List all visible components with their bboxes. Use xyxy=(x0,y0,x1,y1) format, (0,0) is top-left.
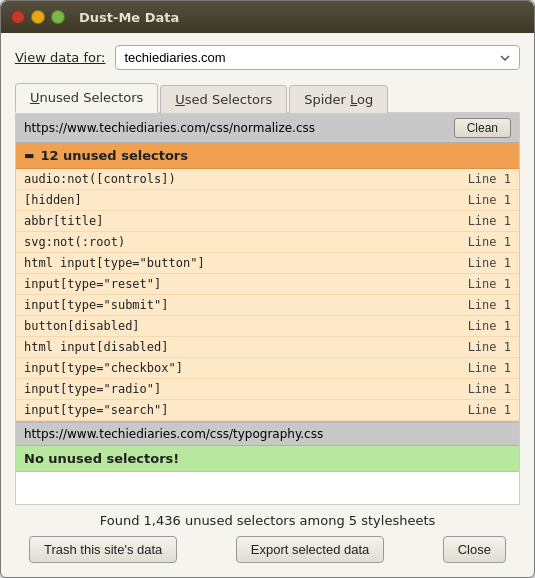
selector-row-7: input[type="submit"] Line 1 xyxy=(16,295,519,316)
selector-row-8: button[disabled] Line 1 xyxy=(16,316,519,337)
tab-used-selectors[interactable]: Used Selectors xyxy=(160,85,287,113)
selector-row-5: html input[type="button"] Line 1 xyxy=(16,253,519,274)
maximize-window-btn[interactable] xyxy=(51,10,65,24)
selector-row-10: input[type="checkbox"] Line 1 xyxy=(16,358,519,379)
scroll-area[interactable]: https://www.techiediaries.com/css/normal… xyxy=(16,114,519,504)
tab-spider-label: Spider Log xyxy=(304,92,373,107)
selector-name-6: input[type="reset"] xyxy=(24,277,161,291)
selector-name-1: audio:not([controls]) xyxy=(24,172,176,186)
selector-line-10: Line 1 xyxy=(468,361,511,375)
tab-used-label: Used Selectors xyxy=(175,92,272,107)
titlebar: Dust-Me Data xyxy=(1,1,534,33)
tab-unused-selectors[interactable]: Unused Selectors xyxy=(15,83,158,113)
stylesheet-url-1: https://www.techiediaries.com/css/normal… xyxy=(24,121,315,135)
selector-name-8: button[disabled] xyxy=(24,319,140,333)
selector-line-3: Line 1 xyxy=(468,214,511,228)
selector-name-9: html input[disabled] xyxy=(24,340,169,354)
selector-line-6: Line 1 xyxy=(468,277,511,291)
window-title: Dust-Me Data xyxy=(79,10,179,25)
selector-row-9: html input[disabled] Line 1 xyxy=(16,337,519,358)
close-button[interactable]: Close xyxy=(443,536,506,563)
trash-button[interactable]: Trash this site's data xyxy=(29,536,177,563)
selector-line-5: Line 1 xyxy=(468,256,511,270)
selector-line-2: Line 1 xyxy=(468,193,511,207)
selector-line-9: Line 1 xyxy=(468,340,511,354)
clean-button-1[interactable]: Clean xyxy=(454,118,511,138)
stylesheet-row-1: https://www.techiediaries.com/css/normal… xyxy=(16,114,519,143)
selector-name-5: html input[type="button"] xyxy=(24,256,205,270)
tabs-bar: Unused Selectors Used Selectors Spider L… xyxy=(15,82,520,114)
minimize-window-btn[interactable] xyxy=(31,10,45,24)
view-data-label: View data for: xyxy=(15,50,105,65)
selector-row-1: audio:not([controls]) Line 1 xyxy=(16,169,519,190)
selector-row-3: abbr[title] Line 1 xyxy=(16,211,519,232)
selector-name-2: [hidden] xyxy=(24,193,82,207)
stylesheet-url-2: https://www.techiediaries.com/css/typogr… xyxy=(24,427,323,441)
no-unused-text: No unused selectors! xyxy=(24,451,179,466)
view-data-row: View data for: techiediaries.com xyxy=(15,45,520,70)
tab-spider-log[interactable]: Spider Log xyxy=(289,85,388,113)
export-button[interactable]: Export selected data xyxy=(236,536,385,563)
main-panel: https://www.techiediaries.com/css/normal… xyxy=(15,114,520,505)
close-window-btn[interactable] xyxy=(11,10,25,24)
selector-line-1: Line 1 xyxy=(468,172,511,186)
selector-name-10: input[type="checkbox"] xyxy=(24,361,183,375)
domain-select[interactable]: techiediaries.com xyxy=(115,45,520,70)
selector-name-3: abbr[title] xyxy=(24,214,103,228)
selector-line-11: Line 1 xyxy=(468,382,511,396)
selector-row-2: [hidden] Line 1 xyxy=(16,190,519,211)
selector-row-4: svg:not(:root) Line 1 xyxy=(16,232,519,253)
selector-name-7: input[type="submit"] xyxy=(24,298,169,312)
found-text: Found 1,436 unused selectors among 5 sty… xyxy=(29,513,506,528)
main-window: Dust-Me Data View data for: techiediarie… xyxy=(0,0,535,578)
selector-line-4: Line 1 xyxy=(468,235,511,249)
selector-row-12: input[type="search"] Line 1 xyxy=(16,400,519,421)
unused-count-row-1: ▬ 12 unused selectors xyxy=(16,143,519,169)
selector-row-11: input[type="radio"] Line 1 xyxy=(16,379,519,400)
selector-name-11: input[type="radio"] xyxy=(24,382,161,396)
collapse-icon-1[interactable]: ▬ xyxy=(24,149,34,162)
selector-row-6: input[type="reset"] Line 1 xyxy=(16,274,519,295)
selector-line-8: Line 1 xyxy=(468,319,511,333)
selector-line-7: Line 1 xyxy=(468,298,511,312)
unused-count-text-1: 12 unused selectors xyxy=(40,148,188,163)
selector-name-12: input[type="search"] xyxy=(24,403,169,417)
stylesheet-row-2: https://www.techiediaries.com/css/typogr… xyxy=(16,421,519,446)
bottom-bar: Found 1,436 unused selectors among 5 sty… xyxy=(15,505,520,569)
selector-line-12: Line 1 xyxy=(468,403,511,417)
selector-name-4: svg:not(:root) xyxy=(24,235,125,249)
content-area: View data for: techiediaries.com Unused … xyxy=(1,33,534,577)
bottom-buttons: Trash this site's data Export selected d… xyxy=(29,536,506,563)
tab-unused-label: Unused Selectors xyxy=(30,90,143,105)
no-unused-row: No unused selectors! xyxy=(16,446,519,472)
